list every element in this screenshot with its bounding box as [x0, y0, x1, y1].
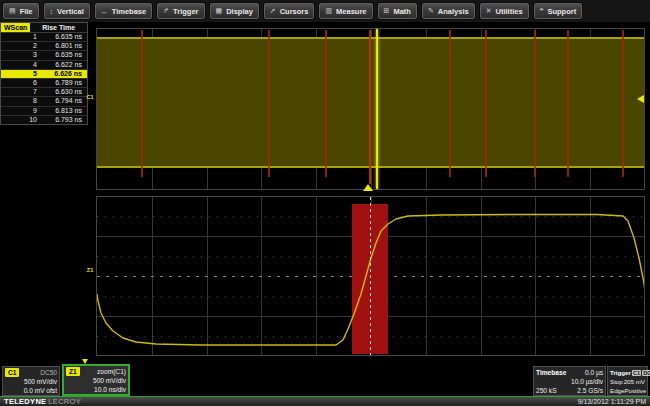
menu-trigger[interactable]: ↱Trigger: [156, 2, 205, 20]
trigger-level: 205 mV: [624, 377, 645, 386]
timebase-hscale: 10.0 µs/div: [536, 377, 603, 386]
trigger-type: Edge: [610, 386, 624, 395]
channel-c1-descriptor[interactable]: C1DC50 500 mV/div 0.0 mV ofst: [2, 366, 60, 396]
menu-display[interactable]: ▦Display: [209, 2, 260, 20]
table-row[interactable]: 46.622 ns: [1, 61, 87, 70]
menu-math-label: Math: [393, 7, 411, 16]
menu-analysis-label: Analysis: [438, 7, 469, 16]
table-row[interactable]: 16.635 ns: [1, 33, 87, 42]
menu-analysis[interactable]: ✎Analysis: [421, 2, 476, 20]
row-value: 6.635 ns: [40, 51, 87, 59]
trigger-level-marker[interactable]: [637, 95, 644, 103]
z1-trace-marker[interactable]: Z1: [86, 268, 94, 273]
c1-trace-marker[interactable]: C1: [86, 95, 94, 100]
anomaly-red-line: [567, 30, 569, 177]
trigger-mode: Stop: [610, 377, 623, 386]
trigger-slope: Positive: [624, 386, 646, 395]
row-index: 4: [1, 61, 40, 69]
row-value: 6.635 ns: [40, 33, 87, 41]
measure-icon: ▥: [325, 7, 332, 15]
row-value: 6.622 ns: [40, 61, 87, 69]
menu-support[interactable]: ❝Support: [533, 2, 584, 20]
brand-logo: TELEDYNE LECROY: [4, 397, 81, 406]
menu-vertical-label: Vertical: [57, 7, 84, 16]
datetime-display: 9/13/2012 1:11:29 PM: [578, 398, 646, 405]
c1-coupling: DC50: [40, 368, 57, 377]
menu-utilities-label: Utilities: [496, 7, 523, 16]
anomaly-red-line: [369, 30, 371, 184]
timebase-label: Timebase: [536, 368, 566, 377]
trigger-coupling-badge: DC: [642, 370, 650, 376]
table-row[interactable]: 106.793 ns: [1, 116, 87, 124]
table-row[interactable]: 76.630 ns: [1, 88, 87, 97]
timebase-descriptor[interactable]: Timebase0.0 µs 10.0 µs/div 250 kS2.5 GS/…: [533, 366, 606, 396]
persistence-grid: [96, 28, 645, 190]
table-row[interactable]: 26.801 ns: [1, 42, 87, 51]
menu-cursors[interactable]: ➚Cursors: [263, 2, 316, 20]
wscan-title-badge[interactable]: WScan: [1, 23, 30, 32]
menu-vertical[interactable]: ↕Vertical: [43, 2, 91, 20]
support-icon: ❝: [540, 7, 544, 15]
analysis-icon: ✎: [428, 7, 434, 15]
row-index: 7: [1, 88, 40, 96]
trigger-source-badge: C1: [632, 370, 641, 376]
row-index: 1: [1, 33, 40, 41]
menu-cursors-label: Cursors: [280, 7, 309, 16]
z1-badge: Z1: [66, 367, 80, 376]
display-icon: ▦: [216, 7, 223, 15]
file-icon: ▤: [9, 7, 16, 15]
timebase-icon: ↔: [101, 8, 108, 15]
row-index: 3: [1, 51, 40, 59]
timebase-position: 0.0 µs: [566, 368, 603, 377]
menu-utilities[interactable]: ✕Utilities: [479, 2, 530, 20]
row-index: 10: [1, 116, 40, 124]
wscan-column-header: Rise Time: [30, 23, 87, 32]
row-value: 6.626 ns: [40, 70, 87, 78]
z1-hscale: 10.0 ns/div: [66, 385, 126, 394]
anomaly-red-line: [485, 30, 487, 177]
zoom-z1-descriptor[interactable]: Z1zoom(C1) 500 mV/div 10.0 ns/div: [62, 364, 130, 396]
menu-measure[interactable]: ▥Measure: [318, 2, 373, 20]
table-row[interactable]: 66.789 ns: [1, 79, 87, 88]
anomaly-red-line: [325, 30, 327, 177]
utilities-icon: ✕: [486, 7, 492, 15]
measurement-cursor-line[interactable]: [370, 197, 371, 355]
table-row-selected[interactable]: 56.626 ns: [1, 70, 87, 79]
vertical-icon: ↕: [50, 8, 54, 15]
anomaly-red-line: [141, 30, 143, 177]
trigger-position-marker[interactable]: [363, 184, 373, 191]
row-index: 5: [1, 70, 40, 78]
table-row[interactable]: 86.794 ns: [1, 97, 87, 106]
c1-vscale: 500 mV/div: [5, 377, 57, 386]
menu-math[interactable]: ⊞Math: [377, 2, 418, 20]
trigger-descriptor[interactable]: TriggerC1DC Stop205 mV EdgePositive: [607, 366, 648, 396]
table-row[interactable]: 36.635 ns: [1, 51, 87, 60]
menu-trigger-label: Trigger: [173, 7, 198, 16]
row-value: 6.789 ns: [40, 79, 87, 87]
menu-support-label: Support: [547, 7, 576, 16]
menu-file-label: File: [20, 7, 33, 16]
row-value: 6.794 ns: [40, 97, 87, 105]
anomaly-red-line: [622, 30, 624, 177]
table-row[interactable]: 96.813 ns: [1, 107, 87, 116]
anomaly-red-line: [268, 30, 270, 177]
c1-offset: 0.0 mV ofst: [5, 386, 57, 395]
cursors-icon: ➚: [270, 7, 276, 15]
row-value: 6.801 ns: [40, 42, 87, 50]
menu-bar: ▤File ↕Vertical ↔Timebase ↱Trigger ▦Disp…: [0, 0, 650, 22]
math-icon: ⊞: [384, 7, 390, 15]
row-value: 6.793 ns: [40, 116, 87, 124]
trigger-label: Trigger: [610, 368, 631, 377]
trigger-icon: ↱: [163, 7, 169, 15]
menu-timebase-label: Timebase: [112, 7, 146, 16]
menu-timebase[interactable]: ↔Timebase: [94, 2, 153, 20]
anomaly-red-line: [534, 30, 536, 177]
timebase-samples: 250 kS: [536, 386, 557, 395]
menu-file[interactable]: ▤File: [2, 2, 40, 20]
oscilloscope-screen: ▤File ↕Vertical ↔Timebase ↱Trigger ▦Disp…: [0, 0, 650, 406]
row-value: 6.630 ns: [40, 88, 87, 96]
menu-measure-label: Measure: [336, 7, 366, 16]
row-index: 6: [1, 79, 40, 87]
current-acquisition-line: [376, 29, 378, 189]
row-value: 6.813 ns: [40, 107, 87, 115]
